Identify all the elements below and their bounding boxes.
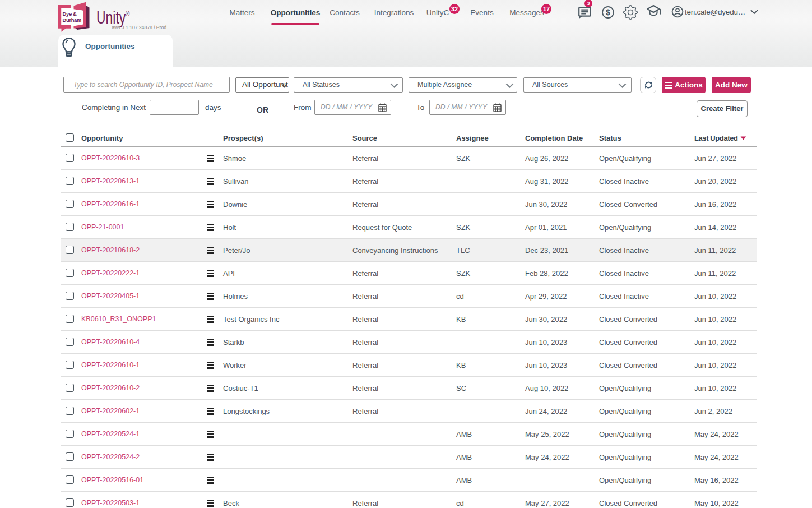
svg-text:Durham: Durham [63,17,81,23]
svg-text:$: $ [606,8,610,17]
svg-text:Dye &: Dye & [63,11,77,17]
